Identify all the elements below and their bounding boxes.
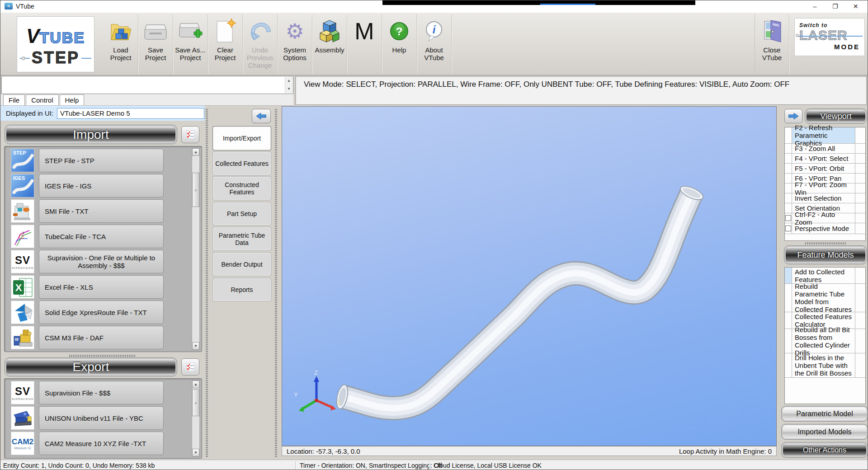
auto-zoom-checkbox[interactable] [785,215,791,221]
left-panel-splitter[interactable] [206,109,208,457]
nav-collected-features[interactable]: Collected Features [213,152,271,175]
command-f2-refresh[interactable]: F2 - Refresh Parametric Graphics [785,127,865,144]
undo-icon [243,14,277,44]
feature-models-header[interactable]: Feature Models [784,246,867,264]
menu-file[interactable]: File [3,94,25,105]
restore-button[interactable]: ❐ [825,0,845,12]
tube-model[interactable]: Z Y X [282,107,777,446]
system-options-button[interactable]: ⚙ System Options [278,14,312,74]
nav-constructed-features[interactable]: Constructed Features [213,177,271,200]
collapse-left-panel-button[interactable] [252,109,271,123]
export-list: SV SUPRAVISION Supravision File - $$$ UN… [4,378,202,459]
door-icon [755,14,789,44]
import-export-splitter[interactable] [69,355,136,357]
message-area-scrollbar[interactable]: ▲ ▼ [285,77,292,93]
view-mode-text: View Mode: SELECT, Projection: PARALLEL,… [304,80,789,89]
list-item-supravision[interactable]: SV SUPRAVISION Supravision - One File or… [11,249,164,274]
parametric-model-button[interactable]: Parametric Model [782,406,868,421]
scrollbar-thumb[interactable]: ≡ [192,173,199,207]
close-window-button[interactable]: ✕ [845,0,866,12]
feature-rebuild-parametric[interactable]: Rebuild Parametric Tube Model from Colle… [785,284,865,312]
checklist-icon [186,131,194,139]
list-item-iges[interactable]: IGES IGES File - IGS [11,174,164,198]
imported-models-button[interactable]: Imported Models [782,424,868,439]
about-vtube-button[interactable]: i About VTube [417,14,452,74]
save-as-project-button[interactable]: Save As... Project [173,14,208,74]
import-list-scrollbar[interactable]: ▲ ≡ ▼ [192,148,200,350]
logo-step: STEP [30,48,81,67]
perspective-mode-checkbox[interactable] [785,226,791,231]
import-header-button[interactable]: Import [5,125,177,144]
list-item-excel[interactable]: X Excel File - XLS [11,275,164,299]
command-perspective-mode[interactable]: Perspective Mode [785,223,865,234]
command-f5-vport-orbit[interactable]: F5 - VPort: Orbit [785,164,865,174]
view-mode-status-panel: View Mode: SELECT, Projection: PARALLEL,… [295,76,867,105]
feature-add-to-collected[interactable]: Add to Collected Features [785,268,865,284]
vtube-application-window: ≈ VTube – ❐ ✕ VTUBE STEP Load Project Sa… [0,0,868,470]
help-button[interactable]: ? Help [382,14,417,74]
command-invert-selection[interactable]: Invert Selection [785,193,865,203]
scroll-down-icon[interactable]: ▼ [192,449,199,456]
menu-control[interactable]: Control [26,94,58,105]
list-item-smi[interactable]: SMI File - TXT [11,199,164,223]
scroll-up-icon[interactable]: ▲ [285,77,292,85]
displayed-in-ui-input[interactable] [57,108,204,119]
nav-parametric-tube-data[interactable]: Parametric Tube Data [213,227,271,250]
window-title: VTube [16,3,34,10]
sidebar-splitter[interactable] [805,242,846,244]
save-project-button[interactable]: Save Project [138,14,173,74]
nav-part-setup[interactable]: Part Setup [213,202,271,225]
list-item-unison[interactable]: UNISON Unibend v11 File - YBC [11,406,164,430]
m-button[interactable]: M [347,14,382,74]
nav-bender-output[interactable]: Bender Output [213,253,271,276]
menu-help[interactable]: Help [60,94,85,105]
m-letter: M [354,18,374,45]
supravision-icon: SV SUPRAVISION [11,250,34,273]
assembly-button[interactable]: Assembly [312,14,347,74]
load-project-button[interactable]: Load Project [104,14,138,74]
save-project-icon [138,14,173,44]
nav-viewport-splitter[interactable] [275,109,277,457]
list-item-step[interactable]: STEP STEP File - STP [11,148,164,173]
undo-previous-change-button[interactable]: Undo Previous Change [243,14,278,74]
scrollbar-thumb[interactable]: ≡ [192,389,199,416]
minimize-button[interactable]: – [805,0,825,12]
viewport-3d-canvas[interactable]: Z Y X [282,106,777,446]
blue-right-arrow-icon [788,113,798,119]
export-options-button[interactable] [181,358,199,376]
list-item-supravision-export[interactable]: SV SUPRAVISION Supravision File - $$$ [11,381,164,405]
message-area[interactable]: ▲ ▼ [1,76,293,94]
list-item-cam2[interactable]: CAM2 Measure 10 CAM2 Measure 10 XYZ File… [11,431,164,456]
list-item-solid-edge[interactable]: Solid Edge XpresRoute File - TXT [11,300,164,324]
command-auto-zoom[interactable]: Ctrl-F2 - Auto Zoom [785,213,865,223]
feature-drill-holes[interactable]: Drill Holes in the Unbent Tube with the … [785,353,865,378]
logo-step-row: STEP [17,48,94,67]
scroll-up-icon[interactable]: ▲ [192,381,199,388]
list-item-tubecalc[interactable]: 3 TubeCalc File - TCA [11,224,164,249]
save-as-project-icon [173,14,208,44]
feature-rebuild-drill-bosses[interactable]: Rebuild all Drill Bit Bosses from Collec… [785,329,865,353]
export-list-scrollbar[interactable]: ▲ ≡ ▼ [192,380,200,457]
svg-text:?: ? [396,25,403,38]
scroll-up-icon[interactable]: ▲ [192,148,199,156]
export-header-button[interactable]: Export [5,358,177,376]
scroll-down-icon[interactable]: ▼ [285,85,292,93]
axis-triad: Z Y X [294,369,341,412]
scroll-down-icon[interactable]: ▼ [192,342,199,350]
clear-project-button[interactable]: Clear Project [208,14,243,74]
logo-tube: TUBE [39,29,85,46]
list-item-csm[interactable]: CSM M3 File - DAF [11,325,164,350]
other-actions-button[interactable]: Other Actions [782,442,868,457]
switch-to-laser-mode-button[interactable]: Switch to LASER MODE [794,18,865,56]
close-vtube-button[interactable]: Close VTube [755,14,789,74]
nav-reports[interactable]: Reports [213,278,271,301]
command-f7-vport-zoom-win[interactable]: F7 - VPort: Zoom Win [785,183,865,193]
viewport-panel-header[interactable]: Viewport [805,109,867,123]
collapse-right-panel-button[interactable] [784,109,802,123]
command-f3-zoom-all[interactable]: F3 - Zoom All [785,144,865,154]
csm-machine-icon [11,326,34,349]
loop-activity-readout: Loop Activity in Math Engine: 0 [679,447,772,455]
import-options-button[interactable] [181,126,199,143]
nav-import-export[interactable]: Import/Export [213,127,271,150]
command-f4-vport-select[interactable]: F4 - VPort: Select [785,154,865,164]
